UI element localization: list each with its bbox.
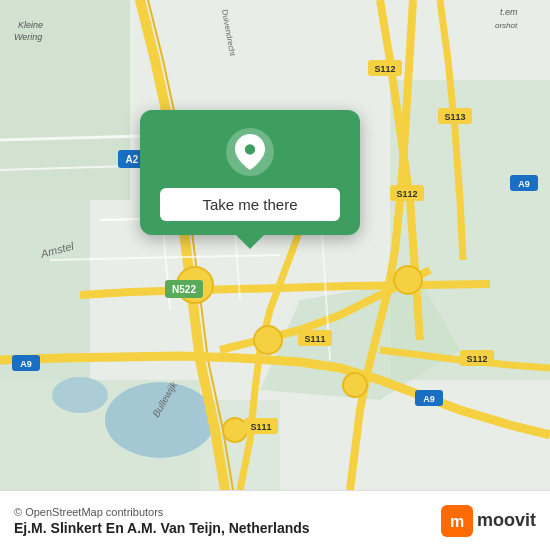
svg-point-20 (343, 373, 367, 397)
svg-text:Wering: Wering (14, 32, 42, 42)
take-me-there-button[interactable]: Take me there (160, 188, 340, 221)
map-background: A2 N522 S111 S111 S112 S113 S112 S112 A9… (0, 0, 550, 490)
svg-point-7 (105, 382, 215, 458)
svg-text:S112: S112 (396, 189, 417, 199)
svg-point-50 (245, 145, 255, 155)
svg-text:S111: S111 (304, 334, 325, 344)
svg-text:Kleine: Kleine (18, 20, 43, 30)
footer: © OpenStreetMap contributors Ej.M. Slink… (0, 490, 550, 550)
svg-text:S111: S111 (250, 422, 271, 432)
svg-text:A2: A2 (126, 154, 139, 165)
moovit-label: moovit (477, 510, 536, 531)
svg-point-18 (394, 266, 422, 294)
svg-point-17 (254, 326, 282, 354)
svg-point-19 (223, 418, 247, 442)
osm-credit: © OpenStreetMap contributors (14, 506, 310, 518)
map-container: A2 N522 S111 S111 S112 S113 S112 S112 A9… (0, 0, 550, 490)
svg-text:A9: A9 (518, 179, 530, 189)
svg-text:orshot: orshot (495, 21, 518, 30)
svg-text:m: m (450, 513, 464, 530)
moovit-logo: m moovit (441, 505, 536, 537)
location-icon-wrapper (226, 128, 274, 176)
location-pin-icon (235, 134, 265, 170)
svg-text:t.em: t.em (500, 7, 518, 17)
location-popup[interactable]: Take me there (140, 110, 360, 235)
svg-text:A9: A9 (423, 394, 435, 404)
footer-info: © OpenStreetMap contributors Ej.M. Slink… (14, 506, 310, 536)
svg-text:S113: S113 (444, 112, 465, 122)
svg-text:S112: S112 (374, 64, 395, 74)
svg-text:A9: A9 (20, 359, 32, 369)
svg-point-8 (52, 377, 108, 413)
moovit-icon: m (441, 505, 473, 537)
location-name: Ej.M. Slinkert En A.M. Van Teijn, Nether… (14, 520, 310, 536)
svg-text:N522: N522 (172, 284, 196, 295)
svg-text:S112: S112 (466, 354, 487, 364)
svg-rect-2 (0, 200, 90, 380)
